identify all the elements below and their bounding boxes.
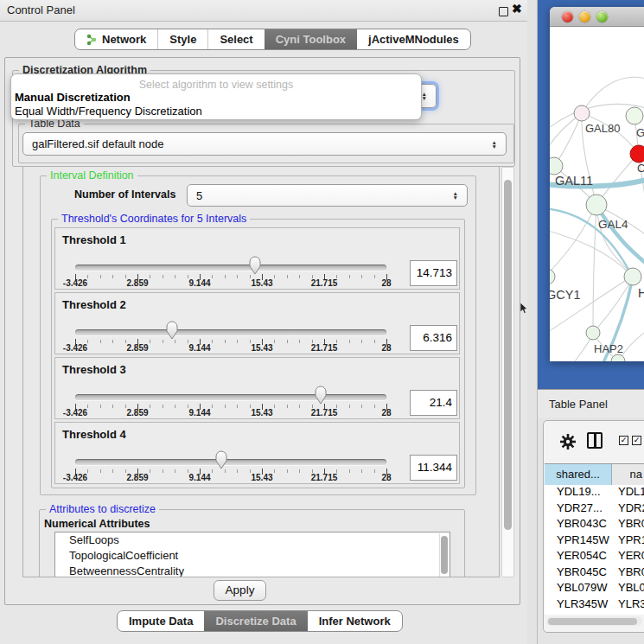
screenshot-root: Control Panel ✖ NetworkStyleSelectCyni T… — [0, 0, 644, 644]
slider-thumb[interactable] — [248, 255, 262, 276]
tick-label: 2.859 — [126, 278, 148, 288]
tick-label: 28 — [381, 408, 391, 418]
threshold-value-field[interactable]: 14.713 — [410, 260, 457, 286]
network-window-titlebar[interactable] — [550, 7, 644, 27]
mouse-cursor — [520, 303, 529, 315]
cell-name: YBR0 — [611, 517, 644, 533]
bottom-tab-discretize-data[interactable]: Discretize Data — [204, 611, 307, 631]
float-window-icon[interactable] — [499, 7, 508, 16]
threshold-value-field[interactable]: 6.316 — [410, 325, 457, 351]
network-canvas[interactable]: GAL80GACGAL11GAL4GCY1HHAP2 — [550, 27, 644, 361]
dropdown-option-equal-width[interactable]: Equal Width/Frequency Discretization — [15, 105, 202, 118]
table-row[interactable]: YER054CYER0 — [545, 549, 644, 565]
network-node[interactable] — [550, 269, 555, 284]
scrollbar-thumb[interactable] — [504, 180, 512, 530]
threshold-label: Threshold 4 — [62, 428, 126, 441]
checkbox-icon[interactable]: ✓ — [632, 436, 641, 445]
attribute-item-selfloops[interactable]: SelfLoops — [55, 532, 450, 548]
table-row[interactable]: YPR145WYPR1 — [545, 533, 644, 550]
threshold-label: Threshold 1 — [62, 233, 126, 246]
table-row[interactable]: YLR345WYLR3 — [545, 597, 644, 614]
slider-thumb[interactable] — [314, 385, 328, 405]
network-node[interactable] — [624, 268, 641, 285]
cell-shared-name: YIL052C — [545, 613, 611, 615]
table-row[interactable]: YDL19...YDL1 — [545, 485, 644, 501]
table-header-row: shared... na — [545, 463, 644, 487]
threshold-label: Threshold 2 — [62, 298, 126, 311]
tab-label: Style — [169, 33, 196, 46]
network-node[interactable] — [630, 145, 644, 163]
cell-shared-name: YBR043C — [545, 517, 611, 533]
slider-track[interactable] — [75, 394, 386, 400]
attribute-item-topologicalcoefficient[interactable]: TopologicalCoefficient — [55, 548, 450, 564]
close-traffic-light-icon[interactable] — [562, 11, 573, 22]
cell-shared-name: YBR045C — [545, 565, 611, 582]
tab-jactivemnodules[interactable]: jActiveMNodules — [357, 29, 470, 49]
network-node[interactable] — [550, 157, 563, 175]
number-of-intervals-combobox[interactable]: 5 ▲▼ — [187, 184, 468, 207]
close-icon[interactable]: ✖ — [512, 2, 522, 16]
tick-label: -3.426 — [63, 343, 87, 353]
slider-track[interactable] — [75, 459, 386, 465]
attribute-item-betweennesscentrality[interactable]: BetweennessCentrality — [55, 564, 450, 577]
zoom-traffic-light-icon[interactable] — [596, 11, 608, 22]
split-columns-icon[interactable] — [587, 432, 603, 449]
network-node-label: HAP2 — [594, 342, 623, 355]
tab-select[interactable]: Select — [208, 29, 264, 49]
numerical-attributes-list[interactable]: SelfLoopsTopologicalCoefficientBetweenne… — [54, 532, 450, 577]
slider-thumb[interactable] — [165, 320, 179, 341]
tick-label: 9.144 — [188, 343, 210, 353]
attributes-scrollbar[interactable] — [439, 533, 450, 577]
scrollbar-thumb[interactable] — [441, 536, 448, 574]
network-node[interactable] — [574, 105, 590, 121]
cell-shared-name: YPR145W — [545, 533, 611, 550]
table-row[interactable]: YIL052CYIL0 — [545, 613, 644, 615]
network-node-label: GA — [636, 126, 644, 139]
slider-thumb[interactable] — [214, 450, 228, 470]
tab-label: Discretize Data — [215, 615, 296, 628]
table-row[interactable]: YBL079WYBL0 — [545, 581, 644, 597]
bottom-tab-infer-network[interactable]: Infer Network — [308, 611, 402, 631]
slider-track[interactable] — [75, 329, 386, 335]
cell-shared-name: YLR345W — [545, 597, 611, 614]
threshold-value-field[interactable]: 21.4 — [410, 390, 457, 416]
network-graph: GAL80GACGAL11GAL4GCY1HHAP2 — [550, 27, 644, 361]
dropdown-hint: Select algorithm to view settings — [11, 79, 421, 91]
table-row[interactable]: YBR043CYBR0 — [545, 517, 644, 533]
network-node-label: C — [637, 162, 644, 175]
tab-label: Select — [220, 33, 252, 46]
scrollbar-thumb[interactable] — [548, 618, 637, 625]
threshold-value-field[interactable]: 11.344 — [410, 455, 457, 481]
tick-label: -3.426 — [63, 473, 87, 482]
tick-label: 9.144 — [188, 473, 210, 482]
slider-track[interactable] — [75, 265, 386, 271]
table-row[interactable]: YBR045CYBR0 — [545, 565, 644, 582]
network-node[interactable] — [611, 354, 625, 361]
table-horizontal-scrollbar[interactable] — [546, 616, 642, 626]
gear-icon[interactable] — [559, 433, 577, 450]
network-node[interactable] — [586, 326, 600, 340]
column-header-shared[interactable]: shared... — [545, 464, 612, 486]
table-row[interactable]: YDR27...YDR2 — [545, 501, 644, 518]
checkbox-icon[interactable]: ✓ — [619, 436, 628, 445]
column-header-name[interactable]: na — [612, 464, 644, 486]
apply-button[interactable]: Apply — [214, 580, 266, 601]
minimize-traffic-light-icon[interactable] — [579, 11, 590, 22]
tab-style[interactable]: Style — [158, 29, 208, 49]
network-node[interactable] — [626, 107, 643, 124]
tick-label: 21.715 — [311, 343, 338, 353]
table-data-value: galFiltered.sif default node — [32, 137, 163, 150]
panel-divider[interactable] — [527, 0, 538, 644]
dropdown-option-manual-discretization[interactable]: Manual Discretization — [15, 91, 131, 104]
bottom-tab-impute-data[interactable]: Impute Data — [118, 611, 204, 631]
tick-label: 9.144 — [188, 408, 210, 418]
tab-cyni-toolbox[interactable]: Cyni Toolbox — [265, 29, 357, 49]
settings-vertical-scrollbar[interactable] — [501, 167, 514, 577]
network-node[interactable] — [586, 194, 607, 215]
network-node-label: GAL80 — [585, 122, 620, 135]
attributes-group-title: Attributes to discretize — [46, 503, 159, 515]
tab-network[interactable]: Network — [75, 29, 158, 49]
table-data-combobox[interactable]: galFiltered.sif default node ▲▼ — [22, 132, 507, 156]
cell-shared-name: YBL079W — [545, 581, 611, 597]
cell-name: YPR1 — [611, 533, 644, 550]
